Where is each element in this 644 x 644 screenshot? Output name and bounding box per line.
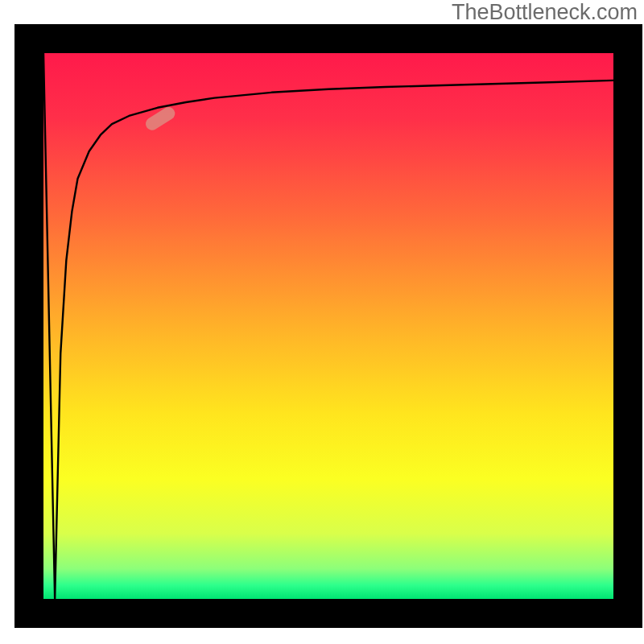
svg-rect-4 <box>14 599 642 628</box>
svg-rect-3 <box>14 24 642 53</box>
chart-stage: TheBottleneck.com <box>0 0 644 644</box>
svg-rect-2 <box>613 24 642 628</box>
bottleneck-chart <box>0 0 644 644</box>
watermark-text: TheBottleneck.com <box>452 0 638 25</box>
plot-background <box>43 53 613 599</box>
svg-rect-1 <box>14 24 43 628</box>
